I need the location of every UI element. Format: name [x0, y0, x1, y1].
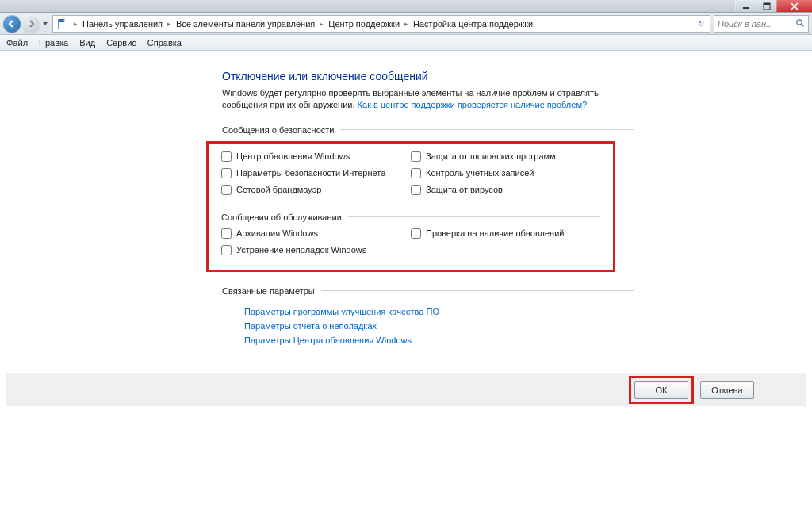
checkbox-label: Защита от шпионских программ [426, 151, 556, 161]
nav-back-button[interactable] [3, 15, 21, 33]
menubar: Файл Правка Вид Сервис Справка [0, 35, 812, 51]
search-box[interactable] [714, 15, 809, 33]
checkbox-label: Сетевой брандмауэр [236, 185, 321, 194]
checkbox-input[interactable] [221, 245, 232, 255]
breadcrumb-item-1[interactable]: Панель управления [81, 19, 164, 29]
menu-file[interactable]: Файл [6, 38, 28, 48]
checkbox-spyware-protection[interactable]: Защита от шпионских программ [411, 151, 600, 162]
maximize-button[interactable] [756, 0, 776, 12]
checkbox-input[interactable] [411, 228, 421, 239]
close-button[interactable] [776, 0, 812, 12]
search-input[interactable] [718, 19, 789, 29]
ok-highlight: ОК [629, 376, 694, 404]
checkbox-internet-security[interactable]: Параметры безопасности Интернета [221, 168, 411, 178]
section-related-label: Связанные параметры [222, 286, 315, 296]
checkbox-windows-update[interactable]: Центр обновления Windows [221, 151, 411, 162]
chevron-right-icon: ▸ [316, 20, 327, 28]
checkbox-update-check[interactable]: Проверка на наличие обновлений [411, 228, 600, 239]
link-ceip[interactable]: Параметры программы улучшения качества П… [244, 307, 634, 316]
svg-rect-2 [764, 3, 770, 5]
breadcrumb-item-3[interactable]: Центр поддержки [327, 19, 401, 29]
page-title: Отключение или включение сообщений [222, 70, 634, 82]
section-security-label: Сообщения о безопасности [222, 125, 334, 135]
divider [321, 290, 634, 291]
chevron-right-icon: ▸ [71, 20, 81, 28]
checkbox-input[interactable] [411, 185, 421, 195]
window-titlebar [0, 0, 812, 13]
checkbox-label: Параметры безопасности Интернета [236, 168, 385, 178]
checkbox-label: Защита от вирусов [426, 185, 503, 194]
checkbox-input[interactable] [221, 185, 232, 195]
nav-history-dropdown[interactable] [41, 15, 49, 33]
page-description: Windows будет регулярно проверять выбран… [222, 87, 634, 111]
nav-forward-button[interactable] [22, 15, 40, 33]
cancel-button[interactable]: Отмена [700, 381, 754, 399]
ok-button[interactable]: ОК [634, 381, 688, 399]
nav-row: ▸ Панель управления ▸ Все элементы панел… [0, 13, 812, 35]
checkbox-troubleshooting[interactable]: Устранение неполадок Windows [221, 245, 411, 255]
search-icon [795, 18, 805, 29]
related-section: Связанные параметры Параметры программы … [222, 286, 634, 345]
section-maintenance-title: Сообщения об обслуживании [221, 213, 600, 222]
checkbox-windows-backup[interactable]: Архивация Windows [221, 228, 411, 239]
flag-icon [56, 17, 69, 30]
breadcrumb-item-4[interactable]: Настройка центра поддержки [412, 19, 534, 29]
checkbox-label: Контроль учетных записей [426, 168, 534, 178]
checkbox-uac[interactable]: Контроль учетных записей [411, 168, 600, 178]
checkbox-label: Проверка на наличие обновлений [426, 228, 564, 238]
checkbox-label: Устранение неполадок Windows [236, 245, 366, 255]
link-windows-update[interactable]: Параметры Центра обновления Windows [244, 335, 634, 345]
svg-point-5 [797, 19, 802, 24]
checkbox-network-firewall[interactable]: Сетевой брандмауэр [221, 185, 411, 195]
checkbox-input[interactable] [221, 228, 232, 239]
checkbox-input[interactable] [221, 168, 232, 178]
button-bar: ОК Отмена [6, 373, 806, 406]
menu-help[interactable]: Справка [147, 38, 182, 48]
minimize-button[interactable] [735, 0, 756, 12]
highlight-box: Центр обновления Windows Параметры безоп… [206, 141, 615, 272]
checkbox-virus-protection[interactable]: Защита от вирусов [411, 185, 600, 195]
section-maintenance-label: Сообщения об обслуживании [221, 213, 342, 222]
help-link[interactable]: Как в центре поддержки проверяется налич… [358, 100, 587, 109]
divider [340, 129, 634, 130]
refresh-button[interactable]: ↻ [691, 15, 710, 33]
checkbox-input[interactable] [221, 151, 232, 162]
checkbox-input[interactable] [411, 151, 421, 162]
menu-edit[interactable]: Правка [39, 38, 68, 48]
checkbox-label: Архивация Windows [236, 228, 318, 238]
section-security-title: Сообщения о безопасности [222, 125, 634, 135]
breadcrumb[interactable]: ▸ Панель управления ▸ Все элементы панел… [52, 15, 691, 33]
breadcrumb-item-2[interactable]: Все элементы панели управления [174, 19, 316, 29]
menu-view[interactable]: Вид [79, 38, 95, 48]
menu-service[interactable]: Сервис [106, 38, 136, 48]
link-error-reporting[interactable]: Параметры отчета о неполадках [244, 321, 634, 331]
divider [348, 216, 600, 217]
checkbox-input[interactable] [411, 168, 421, 178]
refresh-icon: ↻ [698, 19, 704, 28]
checkbox-label: Центр обновления Windows [236, 151, 350, 161]
section-related-title: Связанные параметры [222, 286, 634, 296]
chevron-right-icon: ▸ [401, 20, 412, 28]
chevron-right-icon: ▸ [164, 20, 174, 28]
svg-line-6 [802, 24, 804, 26]
